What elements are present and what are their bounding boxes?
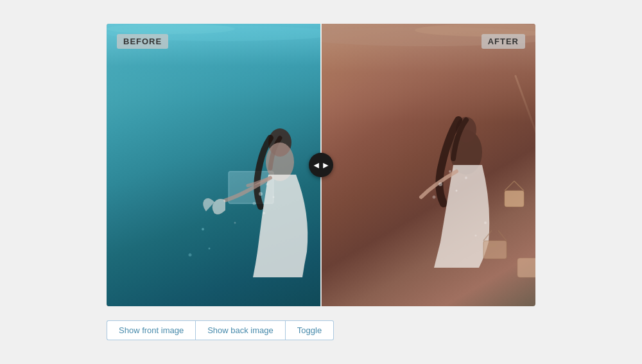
svg-rect-11 bbox=[517, 258, 535, 277]
svg-point-29 bbox=[234, 222, 236, 224]
svg-line-10 bbox=[498, 230, 507, 241]
show-back-button[interactable]: Show back image bbox=[195, 320, 286, 340]
svg-line-6 bbox=[514, 181, 524, 191]
svg-point-31 bbox=[209, 248, 211, 250]
svg-point-18 bbox=[475, 235, 477, 237]
svg-line-5 bbox=[505, 181, 514, 191]
after-label: AFTER bbox=[482, 34, 525, 49]
svg-point-27 bbox=[253, 202, 256, 205]
svg-point-28 bbox=[263, 212, 265, 214]
svg-point-14 bbox=[433, 196, 436, 199]
svg-point-15 bbox=[456, 190, 458, 192]
toggle-button[interactable]: Toggle bbox=[286, 320, 334, 340]
svg-point-30 bbox=[202, 228, 204, 230]
svg-rect-8 bbox=[489, 243, 496, 247]
svg-rect-4 bbox=[505, 191, 524, 207]
svg-point-20 bbox=[107, 24, 235, 34]
svg-point-25 bbox=[266, 183, 268, 186]
svg-point-17 bbox=[484, 221, 487, 224]
svg-point-32 bbox=[189, 254, 192, 257]
controls-row: Show front image Show back image Toggle bbox=[107, 320, 535, 340]
before-image bbox=[107, 24, 321, 306]
before-scene-svg bbox=[107, 24, 321, 306]
handle-arrows: ◄ ► bbox=[312, 160, 331, 170]
svg-point-24 bbox=[259, 192, 263, 196]
svg-point-26 bbox=[273, 196, 275, 198]
before-label: BEFORE bbox=[117, 34, 168, 49]
slider-handle[interactable]: ◄ ► bbox=[309, 153, 333, 177]
before-after-slider[interactable]: ◄ ► BEFORE AFTER bbox=[107, 24, 535, 306]
svg-point-13 bbox=[449, 170, 451, 173]
show-front-button[interactable]: Show front image bbox=[107, 320, 195, 340]
comparison-widget: ◄ ► BEFORE AFTER Show front image Show b… bbox=[107, 24, 535, 340]
svg-point-12 bbox=[438, 182, 442, 186]
svg-point-16 bbox=[465, 177, 467, 179]
